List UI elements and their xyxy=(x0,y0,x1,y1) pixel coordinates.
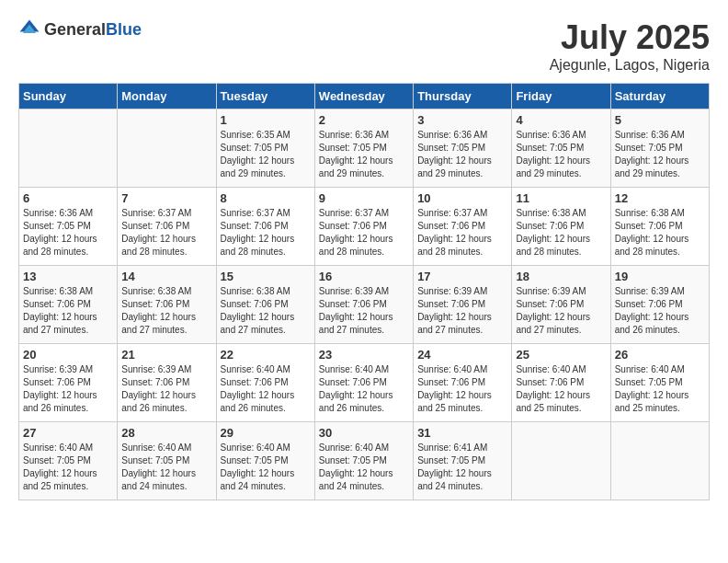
day-info: Sunrise: 6:38 AM Sunset: 7:06 PM Dayligh… xyxy=(516,207,606,259)
logo-general: General xyxy=(44,20,106,39)
calendar-day-cell: 23Sunrise: 6:40 AM Sunset: 7:06 PM Dayli… xyxy=(314,344,413,422)
day-number: 12 xyxy=(615,191,705,205)
calendar-day-cell: 4Sunrise: 6:36 AM Sunset: 7:05 PM Daylig… xyxy=(512,109,610,188)
calendar-day-cell: 11Sunrise: 6:38 AM Sunset: 7:06 PM Dayli… xyxy=(512,188,610,266)
day-info: Sunrise: 6:36 AM Sunset: 7:05 PM Dayligh… xyxy=(615,129,705,180)
logo-text: GeneralBlue xyxy=(44,20,142,40)
calendar-day-cell: 8Sunrise: 6:37 AM Sunset: 7:06 PM Daylig… xyxy=(216,188,314,266)
calendar-day-cell: 1Sunrise: 6:35 AM Sunset: 7:05 PM Daylig… xyxy=(216,109,314,188)
month-year: July 2025 xyxy=(550,18,710,57)
day-info: Sunrise: 6:36 AM Sunset: 7:05 PM Dayligh… xyxy=(516,129,606,180)
day-info: Sunrise: 6:40 AM Sunset: 7:06 PM Dayligh… xyxy=(417,363,507,415)
day-info: Sunrise: 6:36 AM Sunset: 7:05 PM Dayligh… xyxy=(319,129,409,180)
day-info: Sunrise: 6:40 AM Sunset: 7:05 PM Dayligh… xyxy=(319,442,409,493)
day-number: 11 xyxy=(516,191,606,205)
day-info: Sunrise: 6:38 AM Sunset: 7:06 PM Dayligh… xyxy=(23,285,113,337)
calendar-day-cell: 13Sunrise: 6:38 AM Sunset: 7:06 PM Dayli… xyxy=(19,266,118,344)
calendar-day-cell: 25Sunrise: 6:40 AM Sunset: 7:06 PM Dayli… xyxy=(512,344,610,422)
calendar-week-row: 27Sunrise: 6:40 AM Sunset: 7:05 PM Dayli… xyxy=(19,422,710,500)
day-number: 2 xyxy=(319,113,409,127)
calendar-day-cell: 16Sunrise: 6:39 AM Sunset: 7:06 PM Dayli… xyxy=(314,266,413,344)
calendar-day-cell: 12Sunrise: 6:38 AM Sunset: 7:06 PM Dayli… xyxy=(610,188,709,266)
day-info: Sunrise: 6:38 AM Sunset: 7:06 PM Dayligh… xyxy=(615,207,705,259)
weekday-header-cell: Monday xyxy=(118,84,216,109)
calendar-day-cell: 10Sunrise: 6:37 AM Sunset: 7:06 PM Dayli… xyxy=(414,188,512,266)
calendar-day-cell: 2Sunrise: 6:36 AM Sunset: 7:05 PM Daylig… xyxy=(314,109,413,188)
calendar-day-cell: 24Sunrise: 6:40 AM Sunset: 7:06 PM Dayli… xyxy=(414,344,512,422)
day-info: Sunrise: 6:39 AM Sunset: 7:06 PM Dayligh… xyxy=(319,285,409,337)
day-number: 28 xyxy=(121,426,211,440)
day-info: Sunrise: 6:39 AM Sunset: 7:06 PM Dayligh… xyxy=(23,363,113,415)
calendar-day-cell: 28Sunrise: 6:40 AM Sunset: 7:05 PM Dayli… xyxy=(118,422,216,500)
weekday-header-cell: Thursday xyxy=(414,84,512,109)
day-number: 10 xyxy=(417,191,507,205)
day-info: Sunrise: 6:38 AM Sunset: 7:06 PM Dayligh… xyxy=(121,285,211,337)
day-number: 14 xyxy=(121,270,211,283)
logo-icon xyxy=(18,18,40,40)
calendar-day-cell xyxy=(512,422,610,500)
calendar-day-cell: 17Sunrise: 6:39 AM Sunset: 7:06 PM Dayli… xyxy=(414,266,512,344)
day-number: 24 xyxy=(417,348,507,362)
day-number: 22 xyxy=(221,348,311,362)
weekday-header-cell: Saturday xyxy=(610,84,709,109)
day-info: Sunrise: 6:37 AM Sunset: 7:06 PM Dayligh… xyxy=(319,207,409,259)
calendar-week-row: 1Sunrise: 6:35 AM Sunset: 7:05 PM Daylig… xyxy=(19,109,710,188)
day-info: Sunrise: 6:37 AM Sunset: 7:06 PM Dayligh… xyxy=(417,207,507,259)
day-info: Sunrise: 6:36 AM Sunset: 7:05 PM Dayligh… xyxy=(417,129,507,180)
calendar-day-cell: 7Sunrise: 6:37 AM Sunset: 7:06 PM Daylig… xyxy=(118,188,216,266)
day-info: Sunrise: 6:40 AM Sunset: 7:05 PM Dayligh… xyxy=(121,442,211,493)
weekday-header-cell: Sunday xyxy=(19,84,118,109)
calendar-table: SundayMondayTuesdayWednesdayThursdayFrid… xyxy=(18,83,710,500)
day-number: 6 xyxy=(23,191,113,205)
calendar-day-cell: 29Sunrise: 6:40 AM Sunset: 7:05 PM Dayli… xyxy=(216,422,314,500)
calendar-day-cell: 20Sunrise: 6:39 AM Sunset: 7:06 PM Dayli… xyxy=(19,344,118,422)
calendar-day-cell xyxy=(118,109,216,188)
day-number: 15 xyxy=(221,270,311,283)
day-info: Sunrise: 6:39 AM Sunset: 7:06 PM Dayligh… xyxy=(615,285,705,337)
calendar-day-cell: 14Sunrise: 6:38 AM Sunset: 7:06 PM Dayli… xyxy=(118,266,216,344)
weekday-header-cell: Wednesday xyxy=(314,84,413,109)
day-number: 17 xyxy=(417,270,507,283)
day-info: Sunrise: 6:37 AM Sunset: 7:06 PM Dayligh… xyxy=(121,207,211,259)
logo-blue: Blue xyxy=(106,20,142,39)
calendar-day-cell xyxy=(19,109,118,188)
calendar-day-cell: 3Sunrise: 6:36 AM Sunset: 7:05 PM Daylig… xyxy=(414,109,512,188)
title-block: July 2025 Ajegunle, Lagos, Nigeria xyxy=(550,18,710,74)
day-info: Sunrise: 6:35 AM Sunset: 7:05 PM Dayligh… xyxy=(221,129,311,180)
calendar-day-cell: 15Sunrise: 6:38 AM Sunset: 7:06 PM Dayli… xyxy=(216,266,314,344)
calendar-day-cell: 26Sunrise: 6:40 AM Sunset: 7:05 PM Dayli… xyxy=(610,344,709,422)
day-info: Sunrise: 6:36 AM Sunset: 7:05 PM Dayligh… xyxy=(23,207,113,259)
day-number: 30 xyxy=(319,426,409,440)
day-number: 21 xyxy=(121,348,211,362)
day-number: 18 xyxy=(516,270,606,283)
location: Ajegunle, Lagos, Nigeria xyxy=(550,57,710,74)
day-number: 23 xyxy=(319,348,409,362)
calendar-day-cell: 5Sunrise: 6:36 AM Sunset: 7:05 PM Daylig… xyxy=(610,109,709,188)
day-number: 13 xyxy=(23,270,113,283)
day-info: Sunrise: 6:40 AM Sunset: 7:05 PM Dayligh… xyxy=(221,442,311,493)
calendar-week-row: 6Sunrise: 6:36 AM Sunset: 7:05 PM Daylig… xyxy=(19,188,710,266)
calendar-day-cell xyxy=(610,422,709,500)
calendar-week-row: 13Sunrise: 6:38 AM Sunset: 7:06 PM Dayli… xyxy=(19,266,710,344)
day-number: 19 xyxy=(615,270,705,283)
day-number: 9 xyxy=(319,191,409,205)
day-info: Sunrise: 6:39 AM Sunset: 7:06 PM Dayligh… xyxy=(121,363,211,415)
day-info: Sunrise: 6:40 AM Sunset: 7:06 PM Dayligh… xyxy=(221,363,311,415)
day-number: 3 xyxy=(417,113,507,127)
day-info: Sunrise: 6:38 AM Sunset: 7:06 PM Dayligh… xyxy=(221,285,311,337)
calendar-day-cell: 9Sunrise: 6:37 AM Sunset: 7:06 PM Daylig… xyxy=(314,188,413,266)
calendar-body: 1Sunrise: 6:35 AM Sunset: 7:05 PM Daylig… xyxy=(19,109,710,500)
day-info: Sunrise: 6:41 AM Sunset: 7:05 PM Dayligh… xyxy=(417,442,507,493)
calendar-day-cell: 21Sunrise: 6:39 AM Sunset: 7:06 PM Dayli… xyxy=(118,344,216,422)
weekday-header-cell: Tuesday xyxy=(216,84,314,109)
day-number: 26 xyxy=(615,348,705,362)
calendar-day-cell: 19Sunrise: 6:39 AM Sunset: 7:06 PM Dayli… xyxy=(610,266,709,344)
calendar-day-cell: 22Sunrise: 6:40 AM Sunset: 7:06 PM Dayli… xyxy=(216,344,314,422)
day-number: 31 xyxy=(417,426,507,440)
calendar-day-cell: 18Sunrise: 6:39 AM Sunset: 7:06 PM Dayli… xyxy=(512,266,610,344)
page-header: GeneralBlue July 2025 Ajegunle, Lagos, N… xyxy=(18,18,710,74)
day-number: 7 xyxy=(121,191,211,205)
weekday-header-row: SundayMondayTuesdayWednesdayThursdayFrid… xyxy=(19,84,710,109)
day-info: Sunrise: 6:40 AM Sunset: 7:05 PM Dayligh… xyxy=(615,363,705,415)
day-number: 1 xyxy=(221,113,311,127)
